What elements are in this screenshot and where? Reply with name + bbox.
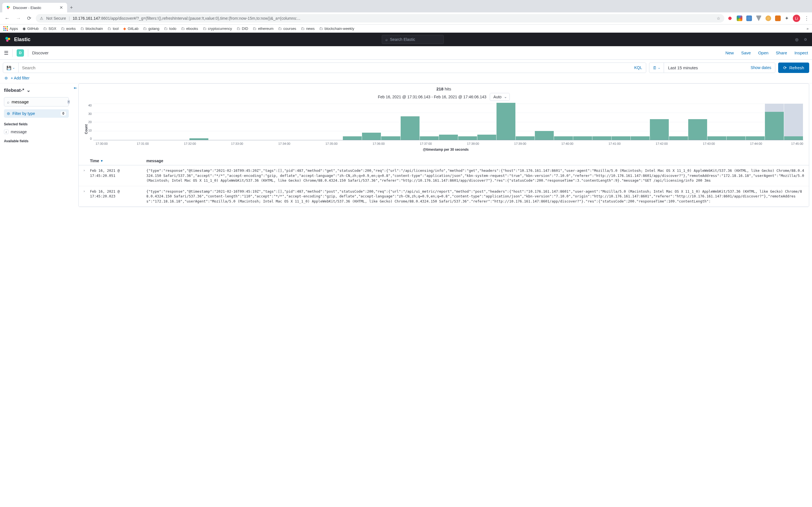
bookmark-todo[interactable]: 🗀todo: [164, 26, 176, 31]
field-search[interactable]: ⌕ ✕: [4, 97, 69, 107]
search-input[interactable]: [18, 63, 630, 73]
bookmark-did[interactable]: 🗀DID: [237, 26, 248, 31]
filter-settings-icon[interactable]: ⊜: [4, 76, 8, 80]
bookmark-ethereum[interactable]: 🗀ethereum: [253, 26, 273, 31]
brand-label: Elastic: [14, 37, 31, 43]
save-button[interactable]: Save: [741, 50, 751, 55]
ext-icon-2[interactable]: [737, 15, 742, 21]
ext-icon-1[interactable]: [727, 15, 733, 21]
clear-icon[interactable]: ✕: [67, 100, 70, 104]
menu-icon[interactable]: ☰: [4, 50, 8, 56]
histogram-bar[interactable]: [688, 119, 707, 140]
selected-field-item[interactable]: t message: [4, 128, 69, 135]
histogram-bar[interactable]: [420, 136, 439, 140]
bookmark-ebooks[interactable]: 🗀ebooks: [181, 26, 198, 31]
back-button[interactable]: ←: [3, 14, 11, 22]
histogram-bar[interactable]: [477, 135, 496, 140]
histogram-bar[interactable]: [362, 133, 381, 140]
kebab-icon[interactable]: ⋮: [804, 15, 809, 21]
new-button[interactable]: New: [725, 50, 734, 55]
add-filter-button[interactable]: + Add filter: [11, 76, 30, 80]
newsfeed-icon[interactable]: ◎: [795, 37, 799, 42]
forward-button[interactable]: →: [14, 14, 22, 22]
expand-icon[interactable]: ›: [83, 168, 90, 183]
col-time-header[interactable]: Time▼: [90, 159, 146, 163]
saved-query-button[interactable]: 💾 ⌄: [3, 63, 18, 73]
ext-icon-6[interactable]: [775, 15, 781, 21]
url-bar[interactable]: ⚠ Not Secure | 10.176.161.147:8601/app/d…: [36, 14, 724, 22]
help-icon[interactable]: ⛭: [804, 37, 808, 42]
bookmark-courses[interactable]: 🗀courses: [278, 26, 296, 31]
histogram-bar[interactable]: [746, 136, 765, 140]
elastic-logo[interactable]: Elastic: [4, 36, 31, 43]
histogram-bar[interactable]: [707, 136, 726, 140]
field-search-input[interactable]: [11, 100, 65, 104]
search-icon: ⌕: [7, 100, 9, 104]
col-message-header[interactable]: message: [146, 159, 804, 163]
histogram-bar[interactable]: [784, 104, 803, 140]
ext-icon-5[interactable]: [765, 15, 771, 21]
bookmark-news[interactable]: 🗀news: [301, 26, 315, 31]
histogram-bar[interactable]: [592, 136, 611, 140]
bookmark-cryptocurrency[interactable]: 🗀cryptocurrency: [203, 26, 232, 31]
reload-button[interactable]: ⟳: [26, 14, 33, 22]
browser-tab[interactable]: Discover - Elastic ✕: [2, 3, 67, 12]
filter-by-type-button[interactable]: ⊜Filter by type 0: [4, 109, 69, 118]
global-search[interactable]: ⌕ Search Elastic: [382, 35, 444, 44]
row-time: Feb 16, 2021 @ 17:45:20.051: [90, 168, 146, 183]
bookmark-blockchain-weekly[interactable]: 🗀blockchain-weekly: [319, 26, 354, 31]
share-button[interactable]: Share: [776, 50, 787, 55]
star-icon[interactable]: ☆: [717, 16, 720, 20]
bookmark-tool[interactable]: 🗀tool: [107, 26, 119, 31]
folder-icon: 🗀: [203, 26, 206, 31]
date-range[interactable]: Last 15 minutes: [664, 63, 747, 73]
apps-button[interactable]: Apps: [3, 26, 18, 31]
bookmark-github[interactable]: ◉GitHub: [22, 26, 39, 31]
histogram-bar[interactable]: [650, 119, 669, 140]
bookmark-sgx[interactable]: 🗀SGX: [43, 26, 56, 31]
elastic-favicon: [6, 5, 11, 10]
histogram-bar[interactable]: [458, 136, 477, 140]
new-tab-button[interactable]: +: [67, 3, 76, 12]
extensions-menu-icon[interactable]: ✦: [784, 15, 789, 21]
bookmark-blockchain[interactable]: 🗀blockchain: [80, 26, 103, 31]
open-button[interactable]: Open: [758, 50, 769, 55]
folder-icon: 🗀: [237, 26, 240, 31]
available-fields-heading: Available fields: [4, 139, 69, 143]
histogram-bar[interactable]: [726, 136, 746, 140]
histogram-bar[interactable]: [497, 103, 515, 140]
interval-select[interactable]: Auto: [490, 93, 510, 101]
bookmark-golang[interactable]: 🗀golang: [143, 26, 159, 31]
apps-icon: [3, 26, 8, 31]
bookmark-gitlab[interactable]: ◆GitLab: [123, 26, 139, 31]
histogram-bar[interactable]: [631, 136, 650, 140]
refresh-button[interactable]: ⟳ Refresh: [778, 62, 809, 73]
histogram-bar[interactable]: [439, 135, 458, 140]
plot-area[interactable]: [93, 104, 803, 140]
histogram-bar[interactable]: [612, 136, 630, 140]
histogram-bar[interactable]: [381, 136, 400, 140]
histogram-bar[interactable]: [190, 138, 208, 140]
histogram-bar[interactable]: [554, 136, 573, 140]
calendar-button[interactable]: 🗓 ⌄: [649, 63, 664, 73]
ext-icon-4[interactable]: [756, 15, 762, 21]
histogram-bar[interactable]: [535, 131, 554, 140]
histogram-bar[interactable]: [343, 136, 362, 140]
collapse-sidebar-icon[interactable]: ⇤: [73, 83, 79, 210]
inspect-button[interactable]: Inspect: [795, 50, 808, 55]
expand-icon[interactable]: ›: [83, 189, 90, 204]
histogram-bar[interactable]: [516, 136, 535, 140]
bookmark-works[interactable]: 🗀works: [61, 26, 76, 31]
histogram-bar[interactable]: [765, 104, 784, 140]
bookmark-overflow[interactable]: »: [807, 26, 809, 31]
histogram-bar[interactable]: [669, 136, 688, 140]
profile-avatar[interactable]: Li: [793, 15, 800, 22]
kql-toggle[interactable]: KQL: [630, 63, 646, 73]
not-secure-label: Not Secure: [46, 16, 66, 20]
ext-icon-3[interactable]: [746, 15, 752, 21]
close-icon[interactable]: ✕: [59, 5, 63, 10]
show-dates-button[interactable]: Show dates: [747, 63, 775, 73]
histogram-bar[interactable]: [401, 116, 419, 140]
histogram-bar[interactable]: [573, 136, 592, 140]
index-pattern-selector[interactable]: filebeat-* ⌄: [4, 87, 69, 93]
